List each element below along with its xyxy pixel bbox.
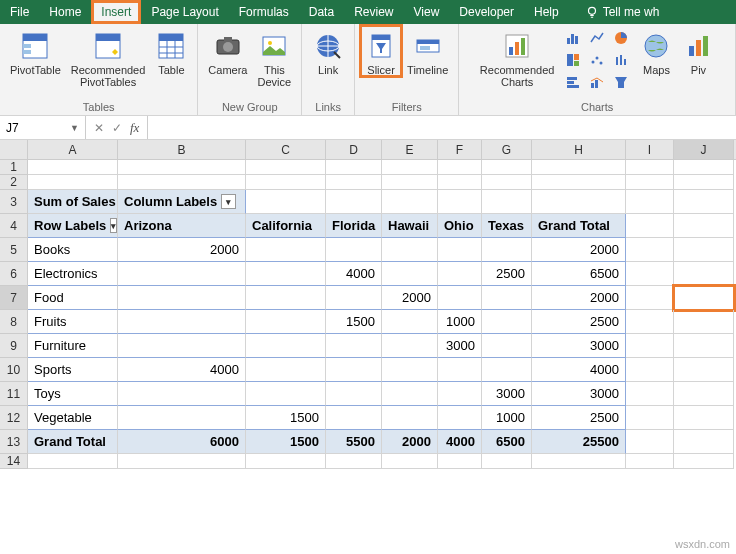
pivot-cell[interactable]: [382, 358, 438, 382]
pivot-col-header[interactable]: Hawaii: [382, 214, 438, 238]
row-header[interactable]: 4: [0, 214, 28, 238]
enter-icon[interactable]: ✓: [112, 121, 122, 135]
cell[interactable]: [626, 358, 674, 382]
cell[interactable]: [482, 160, 532, 175]
tab-file[interactable]: File: [0, 0, 39, 24]
tab-insert[interactable]: Insert: [91, 0, 141, 24]
tab-developer[interactable]: Developer: [449, 0, 524, 24]
cell[interactable]: [532, 454, 626, 469]
pivot-cell[interactable]: [118, 382, 246, 406]
row-header[interactable]: 10: [0, 358, 28, 382]
link-button[interactable]: Link: [308, 26, 348, 76]
pivot-cell[interactable]: 2000: [532, 286, 626, 310]
cell[interactable]: [326, 175, 382, 190]
pivot-cell[interactable]: 1500: [326, 310, 382, 334]
cell[interactable]: [326, 454, 382, 469]
pivot-col-header[interactable]: Florida: [326, 214, 382, 238]
row-header[interactable]: 5: [0, 238, 28, 262]
pivot-cell[interactable]: [118, 262, 246, 286]
pivot-cell[interactable]: 3000: [532, 382, 626, 406]
pivottable-button[interactable]: PivotTable: [6, 26, 65, 76]
pivot-cell[interactable]: [382, 262, 438, 286]
cell[interactable]: [674, 358, 734, 382]
row-header[interactable]: 11: [0, 382, 28, 406]
tab-view[interactable]: View: [404, 0, 450, 24]
pivot-cell[interactable]: [326, 358, 382, 382]
cell[interactable]: [28, 454, 118, 469]
pivot-cell[interactable]: 2000: [118, 238, 246, 262]
row-header[interactable]: 9: [0, 334, 28, 358]
pivot-cell[interactable]: [438, 358, 482, 382]
col-header[interactable]: C: [246, 140, 326, 159]
pivot-row-label[interactable]: Food: [28, 286, 118, 310]
pivot-cell[interactable]: 4000: [532, 358, 626, 382]
pivot-cell[interactable]: [246, 310, 326, 334]
pivot-row-label[interactable]: Vegetable: [28, 406, 118, 430]
pivot-col-header[interactable]: Arizona: [118, 214, 246, 238]
pivot-grand-total[interactable]: 25500: [532, 430, 626, 454]
pivot-row-labels[interactable]: Row Labels: [28, 214, 118, 238]
pivot-cell[interactable]: [382, 238, 438, 262]
cell[interactable]: [118, 454, 246, 469]
tab-formulas[interactable]: Formulas: [229, 0, 299, 24]
pivot-cell[interactable]: [246, 382, 326, 406]
col-header[interactable]: E: [382, 140, 438, 159]
cell[interactable]: [118, 175, 246, 190]
cell[interactable]: [28, 175, 118, 190]
pivot-cell[interactable]: 3000: [532, 334, 626, 358]
cell[interactable]: [674, 160, 734, 175]
pivot-col-header[interactable]: Grand Total: [532, 214, 626, 238]
recommended-charts-button[interactable]: Recommended Charts: [476, 26, 559, 88]
pivot-cell[interactable]: [438, 406, 482, 430]
pivot-cell[interactable]: [118, 310, 246, 334]
pivot-cell[interactable]: [326, 286, 382, 310]
pivot-sum-of-sales[interactable]: Sum of Sales: [28, 190, 118, 214]
table-button[interactable]: Table: [151, 26, 191, 76]
camera-button[interactable]: Camera: [204, 26, 251, 76]
cell[interactable]: [626, 454, 674, 469]
pivot-row-label[interactable]: Fruits: [28, 310, 118, 334]
tab-help[interactable]: Help: [524, 0, 569, 24]
pivot-cell[interactable]: [482, 334, 532, 358]
pivot-cell[interactable]: 1000: [482, 406, 532, 430]
pivot-cell[interactable]: [438, 262, 482, 286]
cell[interactable]: [626, 175, 674, 190]
cell[interactable]: [626, 310, 674, 334]
row-header[interactable]: 1: [0, 160, 28, 175]
pivot-row-label[interactable]: Toys: [28, 382, 118, 406]
pivot-row-label[interactable]: Electronics: [28, 262, 118, 286]
pivot-cell[interactable]: [118, 286, 246, 310]
pivot-cell[interactable]: [382, 310, 438, 334]
pivot-col-header[interactable]: Ohio: [438, 214, 482, 238]
bar-chart-button[interactable]: [562, 72, 584, 92]
col-header[interactable]: F: [438, 140, 482, 159]
cell[interactable]: [382, 190, 438, 214]
cell[interactable]: [674, 175, 734, 190]
cell[interactable]: [118, 160, 246, 175]
cell[interactable]: [382, 160, 438, 175]
scatter-chart-button[interactable]: [586, 50, 608, 70]
column-chart-button[interactable]: [562, 28, 584, 48]
stock-chart-button[interactable]: [610, 50, 632, 70]
pivot-cell[interactable]: 2500: [532, 406, 626, 430]
cell[interactable]: [246, 454, 326, 469]
pivot-grand-total[interactable]: 6500: [482, 430, 532, 454]
pivot-cell[interactable]: 4000: [118, 358, 246, 382]
tab-home[interactable]: Home: [39, 0, 91, 24]
pivot-cell[interactable]: 3000: [438, 334, 482, 358]
pie-chart-button[interactable]: [610, 28, 632, 48]
select-all-corner[interactable]: [0, 140, 28, 159]
cell[interactable]: [438, 190, 482, 214]
name-box[interactable]: J7▼: [0, 116, 86, 139]
selected-cell[interactable]: [674, 286, 734, 310]
row-header[interactable]: 7: [0, 286, 28, 310]
col-header[interactable]: B: [118, 140, 246, 159]
maps-button[interactable]: Maps: [636, 26, 676, 76]
pivot-cell[interactable]: 4000: [326, 262, 382, 286]
cell[interactable]: [246, 190, 326, 214]
pivot-cell[interactable]: 2500: [532, 310, 626, 334]
fx-icon[interactable]: fx: [130, 120, 139, 136]
col-header[interactable]: G: [482, 140, 532, 159]
pivot-cell[interactable]: [246, 334, 326, 358]
pivot-row-label[interactable]: Books: [28, 238, 118, 262]
